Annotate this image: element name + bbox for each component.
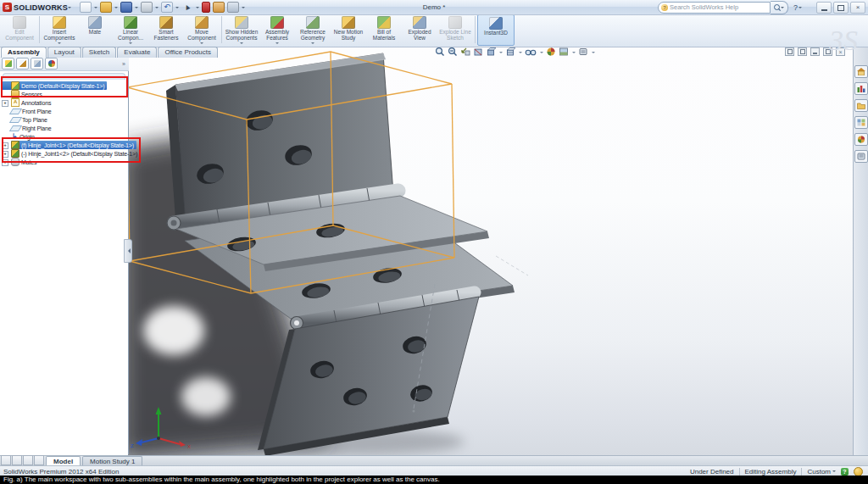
rebuild-icon[interactable] xyxy=(202,2,210,13)
file-explorer-icon[interactable] xyxy=(854,99,868,112)
open-caret[interactable] xyxy=(114,7,118,10)
new-document-icon[interactable] xyxy=(80,2,92,13)
print-caret[interactable] xyxy=(155,7,159,10)
tab-assembly[interactable]: Assembly xyxy=(1,47,47,58)
section-view-icon[interactable] xyxy=(473,47,483,57)
graphics-area[interactable]: X Z xyxy=(128,47,854,455)
menu-expand-caret[interactable] xyxy=(68,7,71,10)
tree-item-annotations[interactable]: + A Annotations xyxy=(11,98,53,107)
select-cursor-icon[interactable]: ▲ xyxy=(180,0,195,14)
save-icon[interactable] xyxy=(120,2,132,13)
tab-scroll-prev-button[interactable] xyxy=(12,455,22,465)
apply-scene-icon[interactable] xyxy=(559,47,569,57)
config-selector[interactable]: Custom xyxy=(807,468,836,476)
doc-cascade-icon[interactable] xyxy=(785,47,794,56)
help-caret[interactable] xyxy=(798,7,802,10)
undo-icon[interactable]: ↶ xyxy=(161,2,173,13)
view-palette-icon[interactable] xyxy=(854,116,868,129)
configurationmanager-tab[interactable] xyxy=(31,58,43,70)
tree-item-origin[interactable]: ↳ Origin xyxy=(11,132,37,141)
search-button[interactable] xyxy=(771,1,788,14)
hide-show-items-icon[interactable] xyxy=(525,47,537,57)
close-button[interactable]: × xyxy=(850,2,865,14)
solidworks-resources-icon[interactable] xyxy=(854,65,868,78)
assembly-features-caret[interactable] xyxy=(275,42,279,46)
search-input[interactable] xyxy=(668,3,770,13)
tree-item-mates[interactable]: + Mates xyxy=(11,158,39,166)
doc-minimize-button[interactable] xyxy=(810,47,820,56)
view-orientation-caret[interactable] xyxy=(499,52,503,55)
instant3d-button[interactable]: Instant3D xyxy=(477,14,515,46)
tab-sketch[interactable]: Sketch xyxy=(82,47,116,58)
config-caret[interactable] xyxy=(832,470,836,474)
propertymanager-tab[interactable] xyxy=(16,58,29,70)
tab-scroll-next-button[interactable] xyxy=(23,455,33,465)
view-orientation-icon[interactable] xyxy=(486,47,496,57)
linear-component-caret[interactable] xyxy=(129,42,132,46)
previous-view-icon[interactable] xyxy=(460,47,470,57)
show-hidden-caret[interactable] xyxy=(240,42,243,46)
move-component-button[interactable]: Move Component xyxy=(184,14,220,46)
tab-layout[interactable]: Layout xyxy=(47,47,81,58)
tree-item-front-plane[interactable]: Front Plane xyxy=(11,107,54,115)
apply-scene-caret[interactable] xyxy=(572,52,576,55)
solidworks-logo-icon[interactable]: S xyxy=(3,3,12,12)
view-settings-icon[interactable] xyxy=(578,47,588,57)
insert-components-caret[interactable] xyxy=(58,42,61,46)
design-library-icon[interactable] xyxy=(854,82,868,95)
assembly-features-button[interactable]: Assembly Features xyxy=(259,14,295,46)
search-scope-caret[interactable] xyxy=(781,7,784,10)
view-settings-caret[interactable] xyxy=(592,52,595,55)
tab-office-products[interactable]: Office Products xyxy=(158,47,218,58)
file-properties-icon[interactable] xyxy=(227,2,239,13)
model-3d-view[interactable]: X Z xyxy=(128,47,854,455)
expander-icon[interactable]: + xyxy=(2,151,8,158)
linear-component-button[interactable]: Linear Compon... xyxy=(113,14,148,46)
undo-caret[interactable] xyxy=(175,7,179,10)
expander-icon[interactable]: + xyxy=(2,100,8,107)
new-caret[interactable] xyxy=(94,7,97,10)
hide-show-caret[interactable] xyxy=(540,52,543,55)
appearances-scenes-icon[interactable] xyxy=(854,133,868,146)
display-style-icon[interactable] xyxy=(505,47,515,57)
options-icon[interactable] xyxy=(213,2,225,13)
tab-evaluate[interactable]: Evaluate xyxy=(117,47,157,58)
panel-splitter-handle[interactable] xyxy=(124,239,132,263)
help-menu[interactable]: ? xyxy=(793,3,802,12)
restore-button[interactable] xyxy=(833,2,849,14)
smart-fasteners-button[interactable]: Smart Fasteners xyxy=(148,14,184,42)
new-motion-study-button[interactable]: New Motion Study xyxy=(331,14,366,42)
edit-component-button[interactable]: Edit Component xyxy=(2,14,37,42)
print-icon[interactable] xyxy=(141,2,153,13)
show-hidden-components-button[interactable]: Show Hidden Components xyxy=(224,14,259,46)
open-icon[interactable] xyxy=(100,2,112,13)
insert-components-button[interactable]: Insert Components xyxy=(42,14,77,46)
minimize-button[interactable] xyxy=(816,2,832,14)
reference-geometry-caret[interactable] xyxy=(311,42,314,46)
tab-scroll-first-button[interactable] xyxy=(1,455,11,465)
save-caret[interactable] xyxy=(135,7,138,10)
exploded-view-button[interactable]: Exploded View xyxy=(402,14,437,42)
tree-item-top-plane[interactable]: Top Plane xyxy=(11,115,50,124)
custom-properties-icon[interactable] xyxy=(854,150,868,163)
tab-scroll-last-button[interactable] xyxy=(34,455,44,465)
mate-button[interactable]: Mate xyxy=(77,14,113,36)
props-caret[interactable] xyxy=(242,7,245,10)
expander-icon[interactable]: + xyxy=(2,159,8,166)
zoom-to-area-icon[interactable] xyxy=(448,47,458,57)
doc-tile-icon[interactable] xyxy=(798,47,807,56)
tags-icon[interactable] xyxy=(854,467,863,476)
zoom-to-fit-icon[interactable] xyxy=(435,47,445,57)
move-component-caret[interactable] xyxy=(200,42,203,46)
tree-item-hinje-joint1-2[interactable]: + (-) Hinje_Joint1<2> (Default<Display S… xyxy=(11,149,140,158)
expander-icon[interactable]: + xyxy=(2,142,8,149)
tree-item-hinje-joint-1[interactable]: + (f) Hinje_Joint<1> (Default<Display St… xyxy=(11,141,136,149)
edit-appearance-icon[interactable] xyxy=(546,47,556,57)
tree-item-right-plane[interactable]: Right Plane xyxy=(11,124,54,132)
explode-line-sketch-button[interactable]: Explode Line Sketch xyxy=(437,14,473,42)
tree-item-sensors[interactable]: Sensors xyxy=(2,90,45,98)
displaymanager-tab[interactable] xyxy=(45,58,58,70)
quick-tips-icon[interactable]: ? xyxy=(841,468,849,476)
panel-overflow-chevron[interactable]: » xyxy=(122,61,125,67)
bill-of-materials-button[interactable]: Bill of Materials xyxy=(366,14,402,42)
